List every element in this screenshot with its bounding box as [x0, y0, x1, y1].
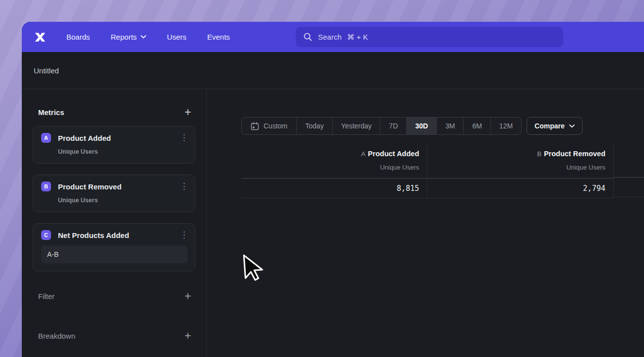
date-tab-label: 30D [415, 122, 428, 130]
metric-value: 8,815 [241, 178, 427, 198]
date-tab-label: 7D [389, 122, 398, 130]
date-tab-custom[interactable]: Custom [242, 118, 296, 134]
nav-menu: Boards Reports Users Events [66, 33, 230, 41]
metric-measurement[interactable]: Unique Users [58, 197, 188, 204]
column-header[interactable]: BProduct Removed Unique Users [428, 143, 613, 178]
nav-item-users[interactable]: Users [167, 33, 186, 41]
date-tab-label: 3M [445, 122, 455, 130]
nav-item-events[interactable]: Events [207, 33, 230, 41]
metric-value: 2,794 [428, 178, 613, 198]
metric-badge-c: C [41, 230, 51, 240]
nav-item-label: Boards [66, 33, 90, 41]
add-metric-button[interactable]: + [185, 108, 191, 117]
compare-button[interactable]: Compare [527, 117, 583, 135]
kebab-menu-icon[interactable]: ⋮ [180, 231, 188, 239]
date-tab-3m[interactable]: 3M [436, 118, 463, 134]
metrics-table: AProduct Added Unique Users 8,815 BProdu… [241, 143, 644, 198]
calendar-icon [251, 122, 259, 130]
top-navbar: Boards Reports Users Events [22, 22, 644, 52]
chevron-down-icon [141, 35, 146, 39]
metric-card-a[interactable]: A Product Added ⋮ Unique Users [33, 126, 195, 164]
metric-measurement: Unique Users [249, 163, 419, 172]
date-tab-today[interactable]: Today [296, 118, 332, 134]
metric-card-b[interactable]: B Product Removed ⋮ Unique Users [33, 175, 195, 212]
column-header[interactable]: AProduct Added Unique Users [241, 143, 427, 178]
column-header [614, 143, 644, 178]
metric-badge-a: A [41, 133, 51, 143]
metric-title[interactable]: Product Removed [58, 182, 180, 191]
date-controls: Custom Today Yesterday 7D 30D 3M 6M 12M … [241, 117, 644, 135]
app-window: Boards Reports Users Events [22, 22, 644, 357]
breakdown-section-label: Breakdown [38, 332, 75, 340]
compare-label: Compare [535, 122, 565, 130]
nav-item-reports[interactable]: Reports [111, 33, 147, 41]
add-filter-button[interactable]: + [185, 292, 191, 300]
nav-item-label: Users [167, 33, 186, 41]
date-tab-12m[interactable]: 12M [490, 118, 521, 134]
date-tab-label: Custom [264, 122, 287, 130]
date-tab-label: Today [305, 122, 323, 130]
metric-letter: A [361, 150, 366, 158]
metric-cards: A Product Added ⋮ Unique Users B Product… [33, 126, 195, 271]
nav-item-label: Reports [111, 33, 137, 41]
search-shortcut: ⌘ + K [347, 33, 368, 42]
search-icon [303, 32, 313, 42]
filter-section-header: Filter + [33, 291, 195, 301]
date-tab-label: Yesterday [341, 122, 372, 130]
report-title[interactable]: Untitled [34, 66, 59, 75]
metrics-section-header: Metrics + [33, 107, 195, 117]
breakdown-section-header: Breakdown + [33, 331, 195, 341]
metric-name: Product Added [368, 150, 419, 158]
metric-title[interactable]: Net Products Added [58, 231, 180, 239]
formula-input[interactable]: A-B [41, 245, 188, 263]
date-tab-7d[interactable]: 7D [380, 118, 406, 134]
metric-title[interactable]: Product Added [58, 134, 180, 142]
search-input[interactable]: Search ⌘ + K [296, 27, 563, 47]
metric-measurement: Unique Users [435, 163, 605, 172]
report-title-bar: Untitled [22, 52, 644, 89]
date-tab-30d[interactable]: 30D [406, 118, 436, 134]
date-tab-yesterday[interactable]: Yesterday [332, 118, 380, 134]
metric-card-c[interactable]: C Net Products Added ⋮ A-B [33, 223, 195, 271]
date-range-tabs: Custom Today Yesterday 7D 30D 3M 6M 12M [241, 117, 522, 135]
filter-section-label: Filter [38, 292, 54, 300]
nav-item-label: Events [207, 33, 230, 41]
search-placeholder: Search [318, 33, 342, 41]
metric-measurement[interactable]: Unique Users [58, 148, 188, 155]
metric-letter: B [537, 150, 541, 158]
date-tab-label: 6M [472, 122, 482, 130]
table-column-overflow [614, 143, 644, 198]
metric-badge-b: B [41, 181, 51, 191]
add-breakdown-button[interactable]: + [185, 331, 191, 340]
kebab-menu-icon[interactable]: ⋮ [180, 134, 188, 142]
content-area: Metrics + A Product Added ⋮ Unique Users… [22, 89, 644, 357]
query-sidebar: Metrics + A Product Added ⋮ Unique Users… [22, 89, 207, 357]
kebab-menu-icon[interactable]: ⋮ [180, 182, 188, 190]
date-tab-label: 12M [499, 122, 513, 130]
metric-value-empty [614, 178, 644, 197]
metrics-section-label: Metrics [38, 108, 64, 117]
app-logo-icon[interactable] [32, 30, 49, 45]
table-column-b: BProduct Removed Unique Users 2,794 [428, 143, 614, 198]
chevron-down-icon [569, 124, 575, 128]
date-tab-6m[interactable]: 6M [463, 118, 490, 134]
results-panel: Custom Today Yesterday 7D 30D 3M 6M 12M … [207, 89, 644, 357]
nav-item-boards[interactable]: Boards [66, 33, 90, 41]
table-column-a: AProduct Added Unique Users 8,815 [241, 143, 428, 198]
metric-name: Product Removed [544, 150, 605, 158]
